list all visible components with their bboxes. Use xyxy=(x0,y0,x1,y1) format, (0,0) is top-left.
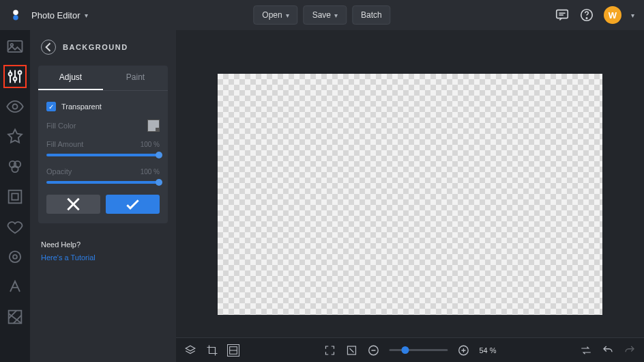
help-block: Need Help? Here's a Tutorial xyxy=(30,229,176,273)
fill-amount-slider[interactable] xyxy=(46,154,160,156)
tool-star-icon[interactable] xyxy=(5,127,25,146)
panel-actions xyxy=(38,191,168,214)
app-title-text: Photo Editor xyxy=(31,10,80,20)
back-button[interactable] xyxy=(41,40,56,55)
zoom-value: 54 % xyxy=(479,346,496,354)
comment-icon[interactable] xyxy=(555,8,570,23)
grid-icon[interactable] xyxy=(228,345,239,356)
bottom-center: 54 % xyxy=(323,344,496,357)
transparent-checkbox[interactable]: ✓ xyxy=(46,102,56,111)
fit-icon[interactable] xyxy=(345,344,357,357)
chevron-down-icon: ▾ xyxy=(286,12,289,19)
tool-adjust-icon[interactable] xyxy=(5,67,25,86)
opacity-row: Opacity 100 % xyxy=(38,163,168,180)
panel-title: BACKGROUND xyxy=(63,43,128,51)
opacity-label: Opacity xyxy=(46,167,72,176)
opacity-value: 100 % xyxy=(141,168,160,176)
panel-header: BACKGROUND xyxy=(30,30,176,60)
chevron-down-icon[interactable]: ▾ xyxy=(631,12,634,19)
save-label: Save xyxy=(312,10,331,20)
transparent-canvas[interactable] xyxy=(218,74,602,315)
fullscreen-icon[interactable] xyxy=(323,344,336,357)
fill-amount-value: 100 % xyxy=(141,141,160,148)
crop-icon[interactable] xyxy=(206,344,218,357)
zoom-slider[interactable] xyxy=(389,349,448,351)
svg-point-0 xyxy=(13,10,18,16)
side-panel: BACKGROUND Adjust Paint ✓ Transparent Fi… xyxy=(30,30,176,362)
transparent-label: Transparent xyxy=(61,102,102,111)
compare-icon[interactable] xyxy=(580,344,592,357)
bottom-right xyxy=(580,344,636,357)
svg-rect-20 xyxy=(12,193,18,199)
transparent-row: ✓ Transparent xyxy=(38,98,168,115)
top-bar: Photo Editor ▾ Open ▾ Save ▾ Batch W ▾ xyxy=(0,0,644,30)
batch-label: Batch xyxy=(361,10,382,20)
svg-point-6 xyxy=(586,18,587,18)
svg-point-14 xyxy=(18,71,22,74)
svg-point-12 xyxy=(9,72,12,76)
zoom-out-icon[interactable] xyxy=(367,344,379,357)
open-label: Open xyxy=(262,10,282,20)
tool-eye-icon[interactable] xyxy=(5,97,25,116)
top-center-buttons: Open ▾ Save ▾ Batch xyxy=(253,5,390,25)
bottom-bar: 54 % xyxy=(176,337,644,362)
fill-color-swatch[interactable] xyxy=(147,120,160,132)
canvas-area: 54 % xyxy=(176,30,644,362)
stage xyxy=(176,30,644,337)
confirm-button[interactable] xyxy=(106,195,160,214)
chevron-down-icon: ▾ xyxy=(334,12,338,19)
help-icon[interactable] xyxy=(579,8,594,23)
svg-point-1 xyxy=(13,15,18,20)
fill-amount-label: Fill Amount xyxy=(46,140,83,148)
redo-icon[interactable] xyxy=(624,344,636,357)
save-button[interactable]: Save ▾ xyxy=(304,5,347,25)
tab-paint[interactable]: Paint xyxy=(103,66,168,90)
svg-point-21 xyxy=(10,251,20,262)
tool-frame-icon[interactable] xyxy=(5,187,25,206)
undo-icon[interactable] xyxy=(602,344,614,357)
svg-point-22 xyxy=(13,255,17,259)
chevron-down-icon: ▾ xyxy=(85,12,88,19)
svg-point-15 xyxy=(13,105,18,109)
app-title-dropdown[interactable]: Photo Editor ▾ xyxy=(31,10,88,20)
app-logo-icon xyxy=(10,9,22,21)
open-button[interactable]: Open ▾ xyxy=(253,5,297,25)
svg-rect-2 xyxy=(557,10,568,18)
top-right: W ▾ xyxy=(555,6,634,24)
tutorial-link[interactable]: Here's a Tutorial xyxy=(41,253,96,262)
avatar-letter: W xyxy=(609,10,617,20)
tool-text-icon[interactable] xyxy=(5,277,25,296)
fill-amount-row: Fill Amount 100 % xyxy=(38,136,168,152)
panel-tabs: Adjust Paint xyxy=(38,66,168,91)
background-card: Adjust Paint ✓ Transparent Fill Color Fi… xyxy=(38,66,168,223)
svg-rect-19 xyxy=(9,191,22,204)
tool-heart-icon[interactable] xyxy=(5,217,25,236)
opacity-slider[interactable] xyxy=(46,181,160,184)
batch-button[interactable]: Batch xyxy=(352,5,391,25)
bottom-left xyxy=(184,344,239,357)
main: BACKGROUND Adjust Paint ✓ Transparent Fi… xyxy=(0,30,644,362)
fill-color-label: Fill Color xyxy=(46,122,76,130)
zoom-in-icon[interactable] xyxy=(457,344,469,357)
fill-color-row: Fill Color xyxy=(38,115,168,136)
avatar[interactable]: W xyxy=(604,6,621,24)
tool-gear-icon[interactable] xyxy=(5,247,25,266)
tool-texture-icon[interactable] xyxy=(5,307,25,326)
layers-icon[interactable] xyxy=(184,344,196,357)
tool-sidebar xyxy=(0,30,30,362)
svg-point-13 xyxy=(14,77,17,81)
need-help-label: Need Help? xyxy=(41,238,165,251)
tool-overlay-icon[interactable] xyxy=(5,157,25,176)
tool-image-icon[interactable] xyxy=(5,37,25,56)
cancel-button[interactable] xyxy=(46,195,100,214)
tab-adjust[interactable]: Adjust xyxy=(38,66,103,90)
